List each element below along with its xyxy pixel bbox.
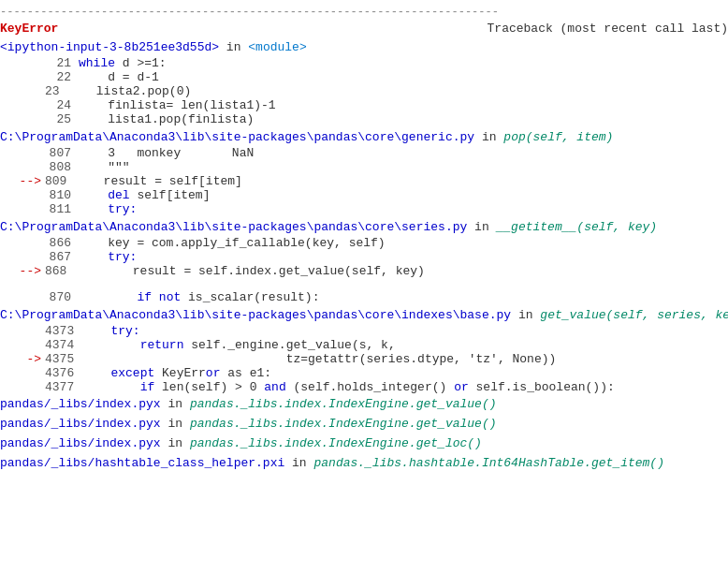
code-content: del self[item]: [79, 188, 210, 202]
error-type-label: KeyError: [0, 22, 58, 36]
code-line: 23 lista2.pop(0): [0, 84, 728, 98]
code-content: try:: [79, 202, 137, 216]
file-line: <ipython-input-3-8b251ee3d55d> in <modul…: [0, 40, 728, 56]
header-line: KeyError Traceback (most recent call las…: [0, 21, 728, 37]
code-line: 21while d >=1:: [0, 56, 728, 70]
code-line: 4373 try:: [0, 324, 728, 338]
traceback-section: C:\ProgramData\Anaconda3\lib\site-packag…: [0, 308, 728, 394]
code-line: 870 if not is_scalar(result):: [0, 290, 728, 304]
line-number: 4376: [45, 366, 81, 380]
line-arrow: -->: [0, 264, 45, 278]
line-number: 25: [45, 112, 79, 126]
line-number: 870: [45, 290, 79, 304]
code-line: -->809 result = self[item]: [0, 174, 728, 188]
pyx-container: pandas/_libs/index.pyx in pandas._libs.i…: [0, 394, 728, 473]
code-content: lista2.pop(0): [67, 84, 192, 98]
file-line: C:\ProgramData\Anaconda3\lib\site-packag…: [0, 130, 728, 146]
code-content: if len(self) > 0 and (self.holds_integer…: [81, 380, 615, 394]
line-number: 866: [45, 236, 79, 250]
line-arrow: -->: [0, 174, 45, 188]
code-content: key = com.apply_if_callable(key, self): [79, 236, 386, 250]
line-number: 23: [45, 84, 67, 98]
traceback-label: Traceback (most recent call last): [488, 22, 728, 36]
line-number: 810: [45, 188, 79, 202]
separator-line: ----------------------------------------…: [0, 4, 728, 21]
line-number: 22: [45, 70, 79, 84]
code-line: 4376 except KeyError as e1:: [0, 366, 728, 380]
code-line: -->868 result = self.index.get_value(sel…: [0, 264, 728, 278]
code-line: 22 d = d-1: [0, 70, 728, 84]
pyx-line: pandas/_libs/index.pyx in pandas._libs.i…: [0, 434, 728, 453]
traceback-section: C:\ProgramData\Anaconda3\lib\site-packag…: [0, 130, 728, 216]
code-content: """: [79, 160, 130, 174]
line-number: 867: [45, 250, 79, 264]
code-line: 866 key = com.apply_if_callable(key, sel…: [0, 236, 728, 250]
line-number: 4374: [45, 338, 81, 352]
code-content: while d >=1:: [79, 56, 167, 70]
code-line: 4377 if len(self) > 0 and (self.holds_in…: [0, 380, 728, 394]
code-content: if not is_scalar(result):: [79, 290, 319, 304]
code-content: finlista= len(lista1)-1: [79, 98, 276, 112]
code-line: 807 3 monkey NaN: [0, 146, 728, 160]
pyx-line: pandas/_libs/hashtable_class_helper.pxi …: [0, 453, 728, 473]
code-content: try:: [79, 250, 137, 264]
pyx-line: pandas/_libs/index.pyx in pandas._libs.i…: [0, 414, 728, 434]
line-arrow: ->: [0, 352, 45, 366]
file-line: C:\ProgramData\Anaconda3\lib\site-packag…: [0, 220, 728, 236]
code-content: tz=getattr(series.dtype, 'tz', None)): [81, 352, 556, 366]
line-number: 4377: [45, 380, 81, 394]
code-content: lista1.pop(finlista): [79, 112, 254, 126]
line-number: 24: [45, 98, 79, 112]
code-line: 811 try:: [0, 202, 728, 216]
line-number: 21: [45, 56, 79, 70]
code-content: result = self.index.get_value(self, key): [74, 264, 424, 278]
sections-container: <ipython-input-3-8b251ee3d55d> in <modul…: [0, 40, 728, 394]
code-content: try:: [81, 324, 139, 338]
traceback-section: C:\ProgramData\Anaconda3\lib\site-packag…: [0, 220, 728, 304]
code-line: 24 finlista= len(lista1)-1: [0, 98, 728, 112]
code-content: d = d-1: [79, 70, 159, 84]
line-number: 809: [45, 174, 74, 188]
pyx-line: pandas/_libs/index.pyx in pandas._libs.i…: [0, 394, 728, 414]
line-number: 4373: [45, 324, 81, 338]
code-line: 810 del self[item]: [0, 188, 728, 202]
file-line: C:\ProgramData\Anaconda3\lib\site-packag…: [0, 308, 728, 324]
line-number: 811: [45, 202, 79, 216]
code-content: result = self[item]: [74, 174, 241, 188]
line-number: 868: [45, 264, 74, 278]
traceback-section: <ipython-input-3-8b251ee3d55d> in <modul…: [0, 40, 728, 126]
code-line: 808 """: [0, 160, 728, 174]
code-line: 4374 return self._engine.get_value(s, k,: [0, 338, 728, 352]
code-line: 867 try:: [0, 250, 728, 264]
code-content: 3 monkey NaN: [79, 146, 254, 160]
traceback-container: ----------------------------------------…: [0, 0, 728, 477]
line-number: 808: [45, 160, 79, 174]
line-number: 807: [45, 146, 79, 160]
line-number: 4375: [45, 352, 81, 366]
code-content: return self._engine.get_value(s, k,: [81, 338, 395, 352]
code-line: ->4375 tz=getattr(series.dtype, 'tz', No…: [0, 352, 728, 366]
code-line: 25 lista1.pop(finlista): [0, 112, 728, 126]
line-arrow: [0, 84, 45, 98]
code-content: except KeyError as e1:: [81, 366, 271, 380]
